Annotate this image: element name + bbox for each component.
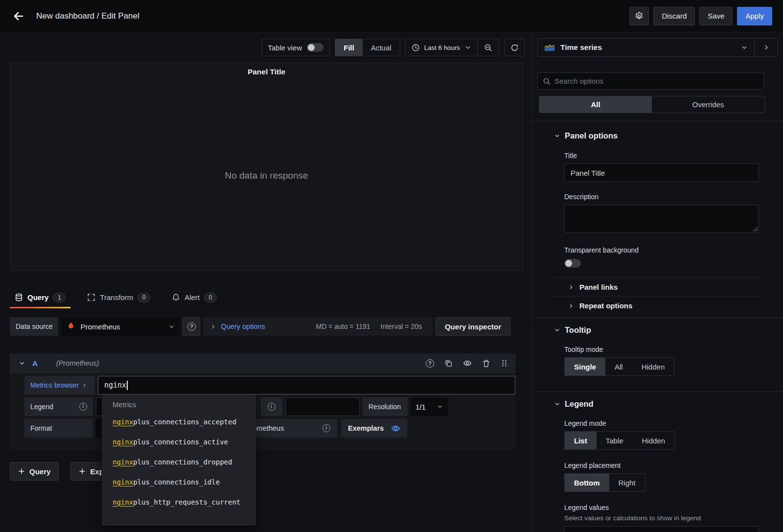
legend-mode-group: List Table Hidden <box>564 431 675 450</box>
chevron-down-icon[interactable] <box>19 360 25 367</box>
metric-option[interactable]: nginxplus_connections_active <box>102 432 256 452</box>
eye-icon-blue <box>391 424 400 433</box>
resolution-select[interactable]: 1/1 <box>411 397 448 416</box>
metric-option[interactable]: nginxplus_connections_idle <box>102 472 256 492</box>
metrics-browser-label: Metrics browser <box>30 381 79 389</box>
add-query-button[interactable]: Query <box>10 462 59 481</box>
drag-handle[interactable] <box>501 359 508 367</box>
chevron-down-icon <box>554 133 560 139</box>
clock-icon <box>412 44 420 52</box>
copy-icon <box>444 359 453 368</box>
exemplars-toggle[interactable] <box>391 424 400 433</box>
query-expression-text: nginx <box>104 381 126 390</box>
save-button[interactable]: Save <box>699 7 733 25</box>
resolution-label: Resolution <box>363 397 408 416</box>
transform-count-badge: 0 <box>138 293 150 302</box>
back-button[interactable] <box>11 8 26 24</box>
question-circle-icon: ? <box>426 359 434 368</box>
plus-icon <box>79 468 86 475</box>
table-view-label: Table view <box>268 44 302 52</box>
metric-option[interactable]: nginxplus_connections_dropped <box>102 452 256 472</box>
query-options-bar: Query options MD = auto = 1191 Interval … <box>203 317 432 336</box>
topbar-actions: Discard Save Apply <box>629 7 772 25</box>
tooltip-section-header[interactable]: Tooltip <box>532 324 783 336</box>
query-expression-input[interactable]: nginx <box>98 376 515 394</box>
editor-tabs: Query 1 Transform 0 Alert 0 <box>0 286 531 308</box>
metric-match: nginx <box>113 478 133 486</box>
edit-panel-main: Table view Fill Actual Last 6 hours <box>0 32 531 532</box>
legend-hidden-option[interactable]: Hidden <box>633 432 675 449</box>
legend-bottom-option[interactable]: Bottom <box>565 474 609 491</box>
apply-button[interactable]: Apply <box>737 7 772 25</box>
tab-query[interactable]: Query 1 <box>10 286 70 308</box>
tooltip-single-option[interactable]: Single <box>565 358 605 375</box>
discard-button[interactable]: Discard <box>653 7 695 25</box>
page-title: New dashboard / Edit Panel <box>36 11 629 21</box>
legend-row: Legend i i Resolution 1/1 <box>24 397 515 416</box>
tab-alert[interactable]: Alert 0 <box>167 286 222 308</box>
duplicate-query-button[interactable] <box>444 359 453 368</box>
toggle-viz-pane-button[interactable] <box>755 38 778 57</box>
legend-title: Legend <box>565 399 594 409</box>
chevron-down-icon <box>741 44 748 51</box>
repeat-options-section[interactable]: Repeat options <box>532 297 783 315</box>
disable-query-button[interactable] <box>463 359 472 368</box>
panel-title-input[interactable] <box>564 163 759 182</box>
description-wrap <box>564 205 759 233</box>
filter-all-tab[interactable]: All <box>539 96 652 113</box>
panel-links-section[interactable]: Panel links <box>532 278 783 296</box>
metric-rest: plus_connections_accepted <box>133 418 236 426</box>
query-help-button[interactable]: ? <box>426 359 434 368</box>
transparent-background-toggle[interactable] <box>564 259 581 268</box>
legend-table-option[interactable]: Table <box>597 432 633 449</box>
prometheus-icon <box>66 322 76 331</box>
table-view-toggle[interactable] <box>307 43 323 52</box>
query-inspector-button[interactable]: Query inspector <box>436 317 510 336</box>
database-icon <box>15 293 23 301</box>
tooltip-all-option[interactable]: All <box>605 358 632 375</box>
metric-option[interactable]: nginxplus_connections_accepted <box>102 412 256 432</box>
query-options-link[interactable]: Query options <box>221 323 265 330</box>
time-range-picker[interactable]: Last 6 hours <box>405 39 478 56</box>
description-textarea[interactable] <box>564 205 759 233</box>
tab-alert-label: Alert <box>184 293 200 301</box>
metric-rest: plus_http_requests_current <box>133 498 240 506</box>
panel-settings-button[interactable] <box>629 7 649 25</box>
bell-icon <box>172 293 180 301</box>
panel-options-header[interactable]: Panel options <box>532 130 783 141</box>
legend-list-option[interactable]: List <box>565 432 597 449</box>
refresh-button[interactable] <box>504 39 525 56</box>
options-sidebar: Time series All Overrides Panel options … <box>531 32 783 532</box>
chevron-down-icon <box>168 324 175 330</box>
tab-transform-label: Transform <box>100 293 133 301</box>
query-editor-card: A (Prometheus) ? <box>10 353 516 450</box>
time-range-label: Last 6 hours <box>424 44 460 51</box>
info-icon: i <box>322 424 330 432</box>
legend-label: Legend <box>30 403 53 411</box>
zoom-out-button[interactable] <box>478 39 499 56</box>
datasource-picker[interactable]: Prometheus <box>61 317 180 336</box>
top-navbar: New dashboard / Edit Panel Discard Save … <box>0 0 783 32</box>
tab-transform[interactable]: Transform 0 <box>82 286 155 308</box>
exemplars-box: Exemplars <box>341 419 407 438</box>
actual-option[interactable]: Actual <box>363 39 400 56</box>
legend-right-option[interactable]: Right <box>609 474 645 491</box>
legend-values-input[interactable] <box>564 526 759 532</box>
format-label: Format <box>24 419 93 438</box>
search-options-input[interactable] <box>554 77 759 85</box>
metrics-browser-button[interactable]: Metrics browser <box>24 376 95 394</box>
filter-overrides-tab[interactable]: Overrides <box>652 96 764 113</box>
metric-option[interactable]: nginxplus_http_requests_current <box>102 492 256 512</box>
legend-section-header[interactable]: Legend <box>532 398 783 410</box>
query-row-header[interactable]: A (Prometheus) ? <box>10 353 516 373</box>
visualization-picker[interactable]: Time series <box>537 38 755 57</box>
divider <box>532 318 783 318</box>
tooltip-hidden-option[interactable]: Hidden <box>632 358 674 375</box>
divider <box>532 392 783 392</box>
min-step-box: i <box>260 397 282 416</box>
datasource-help-button[interactable]: ? <box>183 317 200 336</box>
max-datapoints-info: MD = auto = 1191 <box>316 323 370 330</box>
fill-option[interactable]: Fill <box>335 39 363 56</box>
min-step-input[interactable] <box>285 397 360 416</box>
remove-query-button[interactable] <box>482 359 490 368</box>
